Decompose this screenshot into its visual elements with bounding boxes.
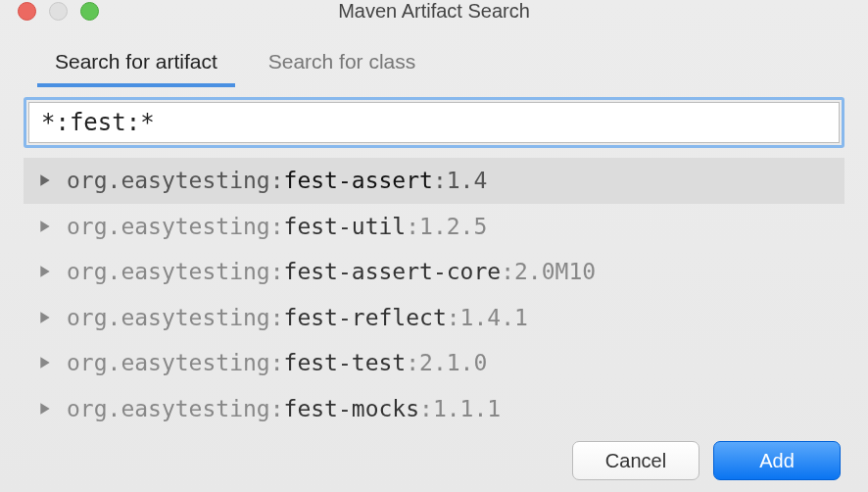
tab-search-class[interactable]: Search for class — [261, 40, 424, 87]
version: 2.0M10 — [514, 259, 596, 284]
titlebar: Maven Artifact Search — [0, 0, 868, 23]
disclosure-arrow-icon[interactable] — [35, 311, 55, 324]
result-row[interactable]: org.easytesting:fest-test:2.1.0 — [24, 340, 844, 386]
separator: : — [270, 168, 284, 193]
minimize-window-button[interactable] — [49, 2, 68, 21]
results-list[interactable]: org.easytesting:fest-assert:1.4org.easyt… — [24, 158, 844, 431]
artifact-coordinates: org.easytesting:fest-assert:1.4 — [67, 164, 487, 198]
separator: : — [447, 305, 460, 330]
separator: : — [406, 350, 419, 375]
separator: : — [270, 259, 284, 284]
window-title: Maven Artifact Search — [16, 0, 852, 23]
separator: : — [419, 396, 433, 421]
separator: : — [270, 214, 284, 239]
artifact-id: fest-util — [284, 214, 407, 239]
cancel-button[interactable]: Cancel — [572, 441, 699, 480]
disclosure-arrow-icon[interactable] — [35, 265, 55, 278]
artifact-coordinates: org.easytesting:fest-test:2.1.0 — [67, 346, 487, 380]
result-row[interactable]: org.easytesting:fest-reflect:1.4.1 — [24, 295, 844, 341]
artifact-coordinates: org.easytesting:fest-mocks:1.1.1 — [67, 392, 501, 426]
separator: : — [406, 214, 419, 239]
dialog-window: Maven Artifact Search Search for artifac… — [0, 0, 868, 492]
version: 1.1.1 — [433, 396, 501, 421]
artifact-id: fest-reflect — [284, 305, 447, 330]
group-id: org.easytesting — [67, 214, 270, 239]
separator: : — [270, 305, 284, 330]
disclosure-arrow-icon[interactable] — [35, 220, 55, 233]
window-controls — [18, 2, 99, 21]
result-row[interactable]: org.easytesting:fest-assert-core:2.0M10 — [24, 249, 844, 295]
disclosure-arrow-icon[interactable] — [35, 173, 55, 187]
artifact-id: fest-assert — [284, 168, 433, 193]
artifact-coordinates: org.easytesting:fest-util:1.2.5 — [67, 210, 487, 244]
group-id: org.easytesting — [67, 168, 270, 193]
version: 1.2.5 — [419, 214, 487, 239]
result-row[interactable]: org.easytesting:fest-mocks:1.1.1 — [24, 386, 844, 432]
search-input[interactable] — [28, 102, 840, 143]
separator: : — [433, 168, 447, 193]
separator: : — [270, 350, 284, 375]
disclosure-arrow-icon[interactable] — [35, 402, 55, 416]
add-button[interactable]: Add — [713, 441, 841, 480]
version: 1.4 — [447, 168, 488, 193]
separator: : — [501, 259, 514, 284]
artifact-id: fest-mocks — [284, 396, 419, 421]
group-id: org.easytesting — [67, 396, 270, 421]
dialog-content: Search for artifact Search for class org… — [0, 23, 868, 492]
version: 2.1.0 — [419, 350, 487, 375]
artifact-id: fest-test — [284, 350, 407, 375]
group-id: org.easytesting — [67, 350, 270, 375]
group-id: org.easytesting — [67, 305, 270, 330]
search-input-wrapper — [24, 97, 844, 148]
result-row[interactable]: org.easytesting:fest-assert:1.4 — [24, 158, 844, 204]
disclosure-arrow-icon[interactable] — [35, 356, 55, 369]
close-window-button[interactable] — [18, 2, 36, 21]
artifact-coordinates: org.easytesting:fest-reflect:1.4.1 — [67, 301, 528, 335]
tab-search-artifact[interactable]: Search for artifact — [47, 40, 225, 87]
tab-bar: Search for artifact Search for class — [24, 40, 844, 87]
separator: : — [270, 396, 284, 421]
group-id: org.easytesting — [67, 259, 270, 284]
artifact-id: fest-assert-core — [284, 259, 502, 284]
result-row[interactable]: org.easytesting:fest-util:1.2.5 — [24, 204, 844, 250]
version: 1.4.1 — [460, 305, 528, 330]
zoom-window-button[interactable] — [80, 2, 99, 21]
button-bar: Cancel Add — [24, 431, 844, 492]
artifact-coordinates: org.easytesting:fest-assert-core:2.0M10 — [67, 255, 596, 289]
